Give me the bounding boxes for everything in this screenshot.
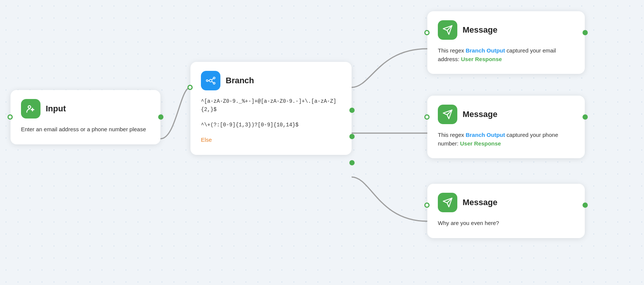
message1-right-connector [583, 30, 588, 35]
branch-icon [201, 71, 220, 90]
message2-icon [438, 105, 457, 124]
svg-point-0 [28, 106, 31, 108]
message2-user-response: User Response [460, 140, 501, 147]
branch-node-title: Branch [226, 76, 254, 86]
message3-icon [438, 193, 457, 212]
message1-node: Message This regex Branch Output capture… [427, 11, 585, 74]
input-left-connector [7, 114, 13, 120]
input-node-header: Input [21, 99, 150, 118]
message2-branch-output: Branch Output [466, 132, 505, 138]
message3-node: Message Why are you even here? [427, 184, 585, 238]
message2-text-prefix: This regex [438, 132, 466, 138]
input-node-body: Enter an email address or a phone number… [21, 125, 150, 134]
svg-line-8 [212, 78, 214, 80]
message2-body: This regex Branch Output captured your p… [438, 131, 574, 148]
branch-node: Branch ^[a-zA-Z0-9._%+-]+@[a-zA-Z0-9.-]+… [190, 62, 352, 155]
message1-icon [438, 20, 457, 40]
svg-line-9 [212, 81, 214, 83]
input-right-connector [158, 114, 163, 120]
message2-title: Message [463, 110, 497, 119]
message1-body: This regex Branch Output captured your e… [438, 46, 574, 63]
message1-user-response: User Response [461, 56, 502, 62]
branch-output2-connector [349, 134, 355, 139]
message3-left-connector [424, 202, 430, 208]
message2-right-connector [583, 114, 588, 120]
message1-branch-output: Branch Output [466, 47, 505, 54]
branch-node-body: ^[a-zA-Z0-9._%+-]+@[a-zA-Z0-9.-]+\.[a-zA… [201, 97, 341, 144]
svg-point-3 [210, 80, 212, 82]
message3-title: Message [463, 198, 497, 207]
input-icon [21, 99, 40, 118]
message1-left-connector [424, 30, 430, 35]
message3-body: Why are you even here? [438, 219, 574, 228]
message1-header: Message [438, 20, 574, 40]
branch-left-connector [187, 85, 193, 90]
message2-header: Message [438, 105, 574, 124]
message3-right-connector [583, 202, 588, 208]
message1-title: Message [463, 25, 497, 35]
branch-output3-connector [349, 160, 355, 165]
branch-condition-2: ^\+(?:[0-9]{1,3})?[0-9]{10,14}$ [201, 121, 341, 129]
input-node-title: Input [46, 104, 66, 114]
message2-node: Message This regex Branch Output capture… [427, 96, 585, 158]
message2-left-connector [424, 114, 430, 120]
branch-node-header: Branch [201, 71, 341, 90]
branch-else-label: Else [201, 136, 341, 144]
input-node: Input Enter an email address or a phone … [10, 90, 160, 144]
message1-text-prefix: This regex [438, 47, 466, 54]
message3-header: Message [438, 193, 574, 212]
branch-condition-1: ^[a-zA-Z0-9._%+-]+@[a-zA-Z0-9.-]+\.[a-zA… [201, 97, 341, 114]
branch-output1-connector [349, 108, 355, 113]
